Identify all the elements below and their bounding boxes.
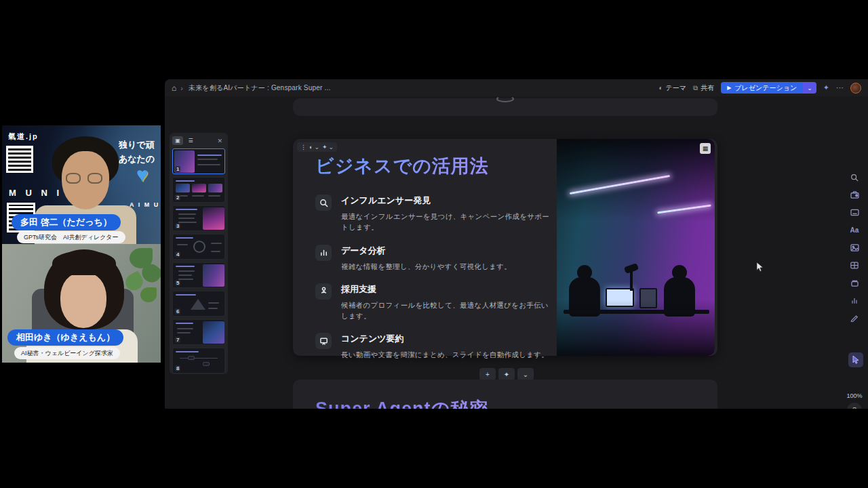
list-view-toggle[interactable]: ☰ (185, 136, 196, 145)
home-icon[interactable]: ⌂ (172, 83, 176, 93)
current-slide[interactable]: ⋮ ◐ ⌄ ✦ ⌄ ビジネスでの活用法 インフルエンサー発見 (293, 139, 717, 356)
image-icon[interactable] (849, 243, 860, 252)
slide-thumbnail-4[interactable]: 4 (172, 234, 225, 260)
overlay-site-text: 氣道.jp (8, 131, 39, 142)
feature-item: データ分析 複雑な情報を整理し、分かりやすく可視化します。 (315, 245, 554, 272)
feature-title: コンテンツ要約 (341, 333, 549, 345)
speaker-2-name-badge: 相田ゆき（ゆきえもん） (7, 329, 123, 346)
theme-dropdown[interactable]: ◐ ⌄ (309, 144, 319, 150)
layers-icon[interactable] (849, 279, 860, 287)
chevron-down-icon: ⌄ (807, 85, 812, 92)
chevron-down-icon: ⌄ (329, 144, 334, 150)
person-icon (315, 283, 332, 300)
presentation-dropdown[interactable]: ⌄ (803, 82, 816, 94)
ai-sparkle-icon[interactable]: ✦ (823, 83, 829, 92)
chevron-down-icon: ⌄ (314, 144, 319, 150)
share-icon: ⧉ (693, 84, 698, 92)
slide-toolbar: ⋮ ◐ ⌄ ✦ ⌄ (297, 142, 337, 152)
ai-generate-button[interactable]: ✦ (498, 368, 515, 380)
feature-desc: 長い動画や文書を簡潔にまとめ、スライドを自動作成します。 (341, 349, 549, 360)
slide-thumbnail-1[interactable]: 1 (172, 148, 225, 174)
image-edit-icon[interactable]: ▦ (700, 143, 711, 154)
speaker-2-face (60, 272, 106, 328)
slide-panel: ▣ ☰ ✕ 1 2 (170, 133, 228, 374)
more-menu-icon[interactable]: ⋯ (836, 83, 844, 92)
webcam-speaker-2: 相田ゆき（ゆきえもん） AI秘書・ウェルビーイング探求家 (2, 244, 161, 363)
overlay-caption: 独りで頑 (119, 139, 155, 151)
play-icon: ▶ (727, 85, 731, 91)
sparkle-icon: ✦ (322, 144, 328, 150)
presentation-button[interactable]: ▶ プレゼンテーション ⌄ (721, 82, 816, 94)
feature-desc: 複雑な情報を整理し、分かりやすく可視化します。 (341, 261, 511, 272)
next-slide[interactable]: Super Agentの秘密 (293, 380, 717, 409)
camera-icon[interactable] (849, 190, 860, 199)
kebab-menu-icon[interactable]: ⋮ (300, 144, 307, 150)
feature-title: インフルエンサー発見 (341, 195, 554, 207)
share-button[interactable]: ⧉ 共有 (693, 83, 714, 93)
brand-heart-logo: ♥ (136, 163, 149, 186)
slide-thumbnail-2[interactable]: 2 (172, 177, 225, 203)
search-icon[interactable] (849, 173, 860, 182)
feature-item: コンテンツ要約 長い動画や文書を簡潔にまとめ、スライドを自動作成します。 (315, 333, 554, 360)
slide-thumbnail-8[interactable]: 8 (172, 348, 225, 373)
slide-actions: + ✦ ⌄ (479, 368, 534, 380)
feature-desc: 候補者のプロフィールを比較して、最適な人材選びをお手伝いします。 (341, 300, 554, 322)
diagram-arc (496, 96, 514, 102)
genspark-app-window: ⌂ › 未来を創るAIパートナー : Genspark Super ... ◐ … (165, 79, 868, 409)
theme-icon: ◐ (309, 144, 313, 150)
previous-slide-edge[interactable] (293, 98, 717, 116)
theme-button[interactable]: ◐ テーマ (659, 83, 687, 93)
speaker-1-name-badge: 多田 啓二（ただっち） (12, 214, 121, 230)
speaker-1-title-badge: GPTs研究会 AI共創ディレクター (17, 231, 125, 243)
filmstrip-view-toggle[interactable]: ▣ (172, 136, 183, 145)
qr-code (6, 146, 33, 173)
right-toolbar: Aa 100% ? (841, 96, 868, 409)
screen-icon (315, 333, 332, 349)
zoom-level: 100% (841, 392, 868, 399)
ai-dropdown[interactable]: ✦ ⌄ (322, 144, 334, 150)
magnifier-icon (315, 195, 332, 211)
mouse-cursor (756, 262, 764, 272)
feature-desc: 最適なインフルエンサーを見つけ、キャンペーン作成をサポートします。 (341, 211, 554, 233)
help-button[interactable]: ? (847, 403, 862, 409)
feature-item: インフルエンサー発見 最適なインフルエンサーを見つけ、キャンペーン作成をサポート… (315, 195, 554, 233)
slide-layout-icon[interactable] (849, 208, 860, 217)
office-photo[interactable]: ▦ (557, 139, 715, 356)
slide-thumbnail-5[interactable]: 5 (172, 262, 225, 288)
video-frame: ⌂ › 未来を創るAIパートナー : Genspark Super ... ◐ … (0, 0, 868, 488)
chevron-right-icon: › (180, 84, 183, 92)
feature-title: 採用支援 (341, 283, 554, 296)
slide-thumbnail-3[interactable]: 3 (172, 205, 225, 231)
overlay-logo-text: A I M U (130, 201, 159, 208)
chart-icon[interactable] (849, 296, 860, 305)
bar-chart-icon (315, 245, 332, 261)
expand-button[interactable]: ⌄ (517, 368, 534, 380)
pointer-mode-button[interactable] (848, 352, 863, 367)
slide-content: ビジネスでの活用法 インフルエンサー発見 最適なインフルエンサーを見つけ、キャン… (315, 154, 554, 372)
theme-icon: ◐ (659, 84, 663, 92)
text-style-icon[interactable]: Aa (849, 226, 860, 235)
speaker-2-title-badge: AI秘書・ウェルビーイング探求家 (14, 347, 120, 359)
app-header: ⌂ › 未来を創るAIパートナー : Genspark Super ... ◐ … (165, 79, 868, 96)
slide-thumbnail-7[interactable]: 7 (172, 319, 225, 345)
overlay-brand-text: M U N I (9, 188, 62, 198)
user-avatar[interactable] (850, 83, 861, 94)
webcam-speaker-1: 氣道.jp M U N I 独りで頑 あなたの ♥ A I M U 多田 啓二（… (2, 125, 161, 244)
slide-thumbnail-6[interactable]: 6 (172, 291, 225, 317)
add-slide-button[interactable]: + (479, 368, 496, 380)
pen-icon[interactable] (849, 314, 860, 323)
slide-title: ビジネスでの活用法 (315, 154, 554, 178)
feature-item: 採用支援 候補者のプロフィールを比較して、最適な人材選びをお手伝いします。 (315, 283, 554, 322)
breadcrumb[interactable]: 未来を創るAIパートナー : Genspark Super ... (189, 83, 331, 93)
grid-icon[interactable] (849, 261, 860, 270)
feature-title: データ分析 (341, 245, 511, 257)
close-icon[interactable]: ✕ (217, 138, 222, 144)
next-slide-title: Super Agentの秘密 (315, 396, 488, 409)
